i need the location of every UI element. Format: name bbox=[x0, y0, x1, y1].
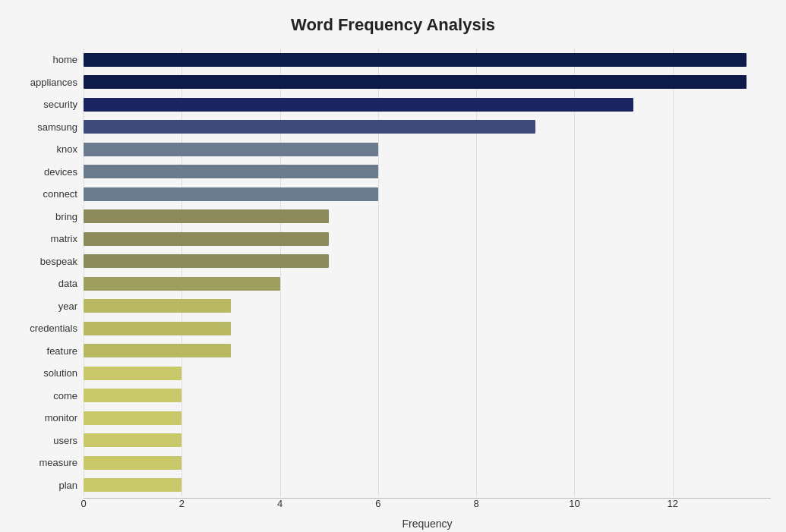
grid-line bbox=[280, 49, 281, 496]
y-label: home bbox=[52, 50, 77, 70]
y-label: monitor bbox=[45, 408, 77, 428]
bar bbox=[84, 232, 329, 246]
bar bbox=[84, 209, 329, 223]
y-label: data bbox=[58, 274, 77, 294]
bar bbox=[84, 277, 280, 291]
y-label: feature bbox=[47, 341, 77, 360]
y-label: bespeak bbox=[40, 251, 77, 271]
bar bbox=[84, 98, 633, 112]
chart-container: Word Frequency Analysis homeappliancesse… bbox=[0, 0, 786, 532]
chart-title: Word Frequency Analysis bbox=[15, 15, 771, 35]
x-tick-label: 0 bbox=[80, 498, 86, 509]
y-label: solution bbox=[43, 364, 77, 383]
y-label: connect bbox=[43, 184, 77, 204]
x-tick-label: 12 bbox=[667, 498, 677, 509]
y-label: devices bbox=[44, 162, 77, 181]
bar bbox=[84, 53, 747, 67]
y-axis-labels: homeappliancessecuritysamsungknoxdevices… bbox=[15, 49, 84, 496]
bar bbox=[84, 143, 378, 156]
x-tick-label: 2 bbox=[179, 498, 185, 509]
y-label: credentials bbox=[30, 319, 77, 338]
y-label: year bbox=[58, 296, 77, 316]
bar bbox=[84, 344, 231, 357]
y-label: users bbox=[53, 430, 77, 450]
plot-area bbox=[84, 49, 771, 496]
bar bbox=[84, 75, 747, 89]
y-label: security bbox=[43, 95, 77, 115]
grid-line bbox=[182, 49, 182, 496]
y-label: samsung bbox=[37, 117, 77, 137]
y-label: come bbox=[53, 386, 77, 405]
x-tick-label: 8 bbox=[474, 498, 479, 509]
bar bbox=[84, 254, 329, 268]
y-label: bring bbox=[55, 206, 77, 226]
grid-line bbox=[673, 49, 674, 496]
y-label: plan bbox=[58, 475, 77, 495]
bar bbox=[84, 433, 182, 447]
bar bbox=[84, 165, 378, 178]
x-tick-label: 6 bbox=[375, 498, 380, 509]
bar bbox=[84, 187, 378, 201]
y-label: appliances bbox=[30, 72, 77, 92]
grid-and-bars bbox=[84, 49, 771, 496]
bar bbox=[84, 299, 231, 313]
x-tick-label: 4 bbox=[277, 498, 283, 509]
y-label: knox bbox=[57, 140, 77, 159]
bar bbox=[84, 322, 231, 335]
grid-line bbox=[574, 49, 575, 496]
y-label: measure bbox=[39, 453, 77, 473]
x-axis-ticks: 024681012 bbox=[84, 498, 771, 515]
x-tick-label: 10 bbox=[569, 498, 579, 509]
grid-line bbox=[84, 49, 84, 496]
x-axis-label: Frequency bbox=[84, 518, 771, 530]
bar bbox=[84, 120, 535, 134]
bar bbox=[84, 389, 182, 402]
y-label: matrix bbox=[51, 229, 77, 249]
grid-line bbox=[476, 49, 477, 496]
bar bbox=[84, 367, 182, 380]
bar bbox=[84, 411, 182, 425]
bar bbox=[84, 478, 182, 492]
grid-line bbox=[378, 49, 379, 496]
bar bbox=[84, 456, 182, 470]
